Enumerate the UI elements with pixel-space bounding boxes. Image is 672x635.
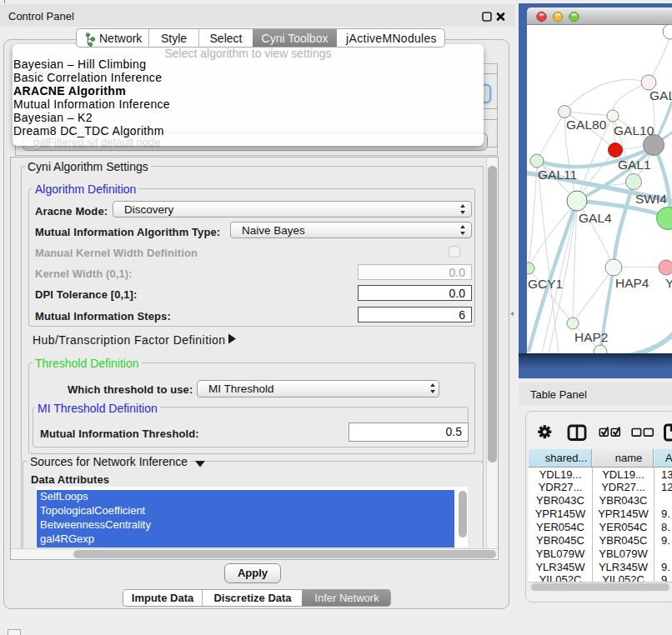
svg-text:GAL80: GAL80	[566, 118, 607, 132]
svg-text:HAP2: HAP2	[574, 330, 609, 344]
svg-text:Y: Y	[665, 276, 672, 290]
svg-text:GAL4: GAL4	[579, 211, 612, 225]
svg-text:GCY1: GCY1	[528, 277, 563, 291]
svg-text:GAL10: GAL10	[614, 123, 654, 138]
svg-text:GAL2: GAL2	[649, 88, 672, 102]
svg-text:SWI4: SWI4	[635, 192, 667, 206]
svg-text:GAL11: GAL11	[538, 168, 577, 182]
svg-text:HAP4: HAP4	[615, 276, 649, 290]
svg-text:GAL1: GAL1	[618, 158, 651, 172]
